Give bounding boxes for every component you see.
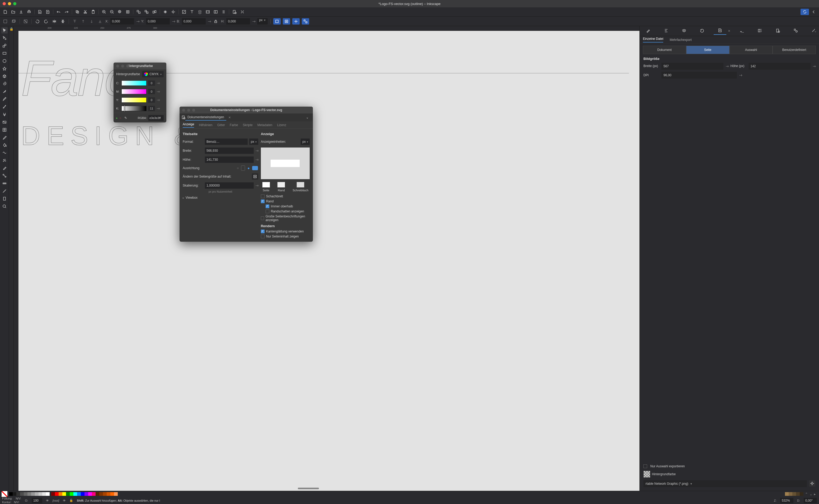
- swap-stroke-icon[interactable]: ○: [119, 116, 121, 120]
- bg-max-button[interactable]: [126, 65, 129, 68]
- clone-button[interactable]: [135, 9, 142, 15]
- calligraphy-tool[interactable]: [1, 104, 8, 110]
- print-button[interactable]: [26, 9, 32, 15]
- clip-checkbox[interactable]: [261, 235, 264, 238]
- layers-button[interactable]: [197, 9, 203, 15]
- xml-button[interactable]: [205, 9, 211, 15]
- dock-text-tab[interactable]: [807, 27, 819, 35]
- dock-export-tab[interactable]: [714, 27, 726, 35]
- sun-button[interactable]: [170, 9, 176, 15]
- layer-indicator[interactable]: [root]: [53, 499, 59, 502]
- cyan-slider[interactable]: [121, 80, 146, 86]
- palette-swatch[interactable]: [31, 492, 35, 496]
- fx-button[interactable]: [162, 9, 168, 15]
- layer-lock-icon[interactable]: 🔓: [69, 499, 73, 502]
- rgba-input[interactable]: [148, 115, 164, 121]
- dropper-mini-button[interactable]: ✎: [124, 116, 127, 120]
- move-patterns-toggle[interactable]: [302, 18, 309, 25]
- dock-layers-tab[interactable]: [678, 27, 690, 35]
- palette-swatch[interactable]: [39, 492, 42, 496]
- tweak-tool[interactable]: [1, 150, 8, 156]
- dropper-tool[interactable]: [1, 134, 8, 141]
- lower-bottom-button[interactable]: [97, 18, 103, 25]
- rotate-ccw-button[interactable]: [34, 18, 41, 25]
- palette-swatch[interactable]: [96, 492, 99, 496]
- dp-tab-anzeige[interactable]: Anzeige: [183, 122, 194, 128]
- palette-swatch[interactable]: [35, 492, 39, 496]
- export-height-spinner[interactable]: −+: [813, 64, 815, 68]
- disp-units-select[interactable]: px▾: [301, 139, 310, 145]
- mesh-tool[interactable]: [1, 127, 8, 133]
- black-slider[interactable]: [121, 106, 146, 111]
- move-gradients-toggle[interactable]: [292, 18, 300, 25]
- pages-tool[interactable]: [1, 196, 8, 202]
- scrollbar-horizontal[interactable]: [298, 488, 319, 489]
- export-width-spinner[interactable]: −+: [726, 64, 728, 68]
- dp-max-button[interactable]: [192, 109, 195, 112]
- palette-swatch[interactable]: [16, 492, 20, 496]
- collapse-toolbar-button[interactable]: [811, 9, 817, 15]
- w-input[interactable]: [182, 18, 206, 25]
- palette-swatch[interactable]: [55, 492, 59, 496]
- rot-input[interactable]: [804, 498, 817, 503]
- docprops-tab-label[interactable]: Dokumenteneinstellungen: [185, 114, 226, 121]
- maximize-window-button[interactable]: [13, 2, 16, 5]
- redo-button[interactable]: [63, 9, 70, 15]
- export-height-input[interactable]: [749, 63, 811, 70]
- dock-fill-stroke-tab[interactable]: [642, 27, 655, 35]
- text-tool[interactable]: [1, 111, 8, 118]
- export-button[interactable]: [45, 9, 51, 15]
- palette-swatch[interactable]: [103, 492, 107, 496]
- docprops-dialog[interactable]: Dokumenteneinstellungen - Logo-FS-vector…: [179, 107, 313, 242]
- save-button[interactable]: [18, 9, 24, 15]
- zoom-in-button[interactable]: [101, 9, 107, 15]
- landscape-button[interactable]: [252, 166, 258, 170]
- palette-swatch[interactable]: [62, 492, 66, 496]
- dock-docprops-tab[interactable]: [771, 27, 784, 35]
- layer-visibility-icon[interactable]: 👁: [63, 499, 66, 502]
- bucket-tool[interactable]: [1, 142, 8, 148]
- cyan-value[interactable]: [148, 80, 155, 86]
- palette-swatch[interactable]: [81, 492, 84, 496]
- border-color-swatch[interactable]: [277, 182, 285, 188]
- magenta-slider[interactable]: [121, 89, 146, 94]
- format-unit-select[interactable]: px▾: [249, 139, 258, 145]
- h-spinner[interactable]: −+: [252, 19, 255, 23]
- scale-stroke-toggle[interactable]: [273, 18, 281, 25]
- export-source-sel[interactable]: Auswahl: [730, 46, 773, 54]
- rotate-cw-button[interactable]: [43, 18, 49, 25]
- palette-swatch[interactable]: [785, 492, 789, 496]
- y-input[interactable]: [146, 18, 170, 25]
- palette-up-button[interactable]: ⌃: [803, 492, 809, 496]
- node-tool[interactable]: [1, 35, 8, 41]
- lock-guides-button[interactable]: 🔒: [9, 26, 13, 32]
- export-bg-swatch[interactable]: [643, 471, 650, 478]
- export-multi-tab[interactable]: Mehrfachexport: [670, 38, 692, 42]
- dock-trace-tab[interactable]: [754, 27, 766, 35]
- palette-swatch[interactable]: [99, 492, 103, 496]
- pencil-tool[interactable]: [1, 96, 8, 102]
- minimize-window-button[interactable]: [8, 2, 11, 5]
- select-all-layers-button[interactable]: [11, 18, 17, 25]
- palette-swatch[interactable]: [800, 492, 803, 496]
- skal-input[interactable]: [205, 182, 254, 189]
- bezier-tool[interactable]: [1, 88, 8, 95]
- display-mode-button[interactable]: [801, 9, 809, 15]
- palette-swatch[interactable]: [46, 492, 50, 496]
- palette-swatch[interactable]: [84, 492, 88, 496]
- select-all-button[interactable]: [2, 18, 8, 25]
- unit-select[interactable]: px ▼: [257, 18, 268, 25]
- spray-tool[interactable]: [1, 157, 8, 164]
- format-select[interactable]: [205, 139, 248, 145]
- x-input[interactable]: [110, 18, 134, 25]
- swap-fill-icon[interactable]: ▸: [116, 116, 118, 120]
- spiral-tool[interactable]: [1, 81, 8, 87]
- export-source-page[interactable]: Seite: [686, 46, 730, 54]
- unlink-clone-button[interactable]: [143, 9, 150, 15]
- group-button[interactable]: [151, 9, 158, 15]
- docprops-titlebar[interactable]: Dokumenteneinstellungen - Logo-FS-vector…: [179, 107, 313, 113]
- zoom-out-button[interactable]: [109, 9, 115, 15]
- docprops-button[interactable]: [231, 9, 238, 15]
- shape-builder-tool[interactable]: [1, 42, 8, 49]
- palette-swatch[interactable]: [107, 492, 110, 496]
